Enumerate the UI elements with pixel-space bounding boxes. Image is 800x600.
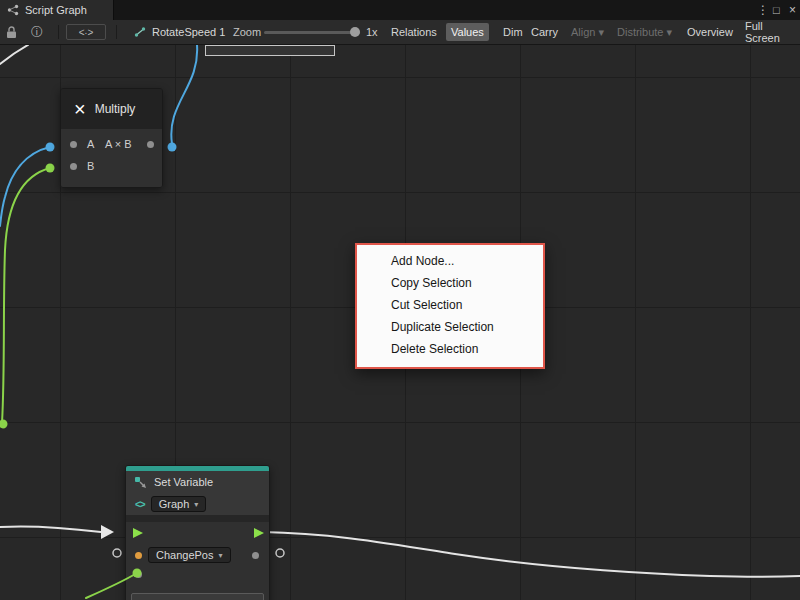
graph-toolbar: ⓘ <∙> RotateSpeed 1 Zoom 1x Relations Va… — [0, 20, 800, 45]
set-variable-node[interactable]: Set Variable <> Graph ▾ ChangePos ▾ — [125, 465, 270, 600]
value-field[interactable] — [131, 593, 264, 600]
context-menu-item-add-node[interactable]: Add Node... — [357, 250, 543, 272]
set-variable-icon — [134, 476, 147, 489]
chevron-down-icon: ▾ — [219, 551, 223, 560]
zoom-label: Zoom — [233, 20, 261, 44]
port-ring-right — [276, 549, 284, 557]
flow-arrowhead — [101, 525, 114, 539]
variable-dropdown[interactable]: ChangePos ▾ — [148, 547, 231, 563]
relations-button[interactable]: Relations — [386, 23, 442, 41]
context-menu-item-copy-selection[interactable]: Copy Selection — [357, 272, 543, 294]
port-ring-left — [113, 549, 121, 557]
zoom-slider-knob[interactable] — [350, 27, 360, 37]
context-menu-item-duplicate-selection[interactable]: Duplicate Selection — [357, 316, 543, 338]
chevron-down-icon: ▾ — [194, 500, 198, 509]
align-dropdown-button[interactable]: Align ▾ — [566, 23, 609, 41]
port-label-output: A × B — [105, 138, 132, 150]
wire-blue-left — [0, 147, 50, 226]
input-port-b[interactable] — [70, 163, 77, 170]
scope-dropdown[interactable]: Graph ▾ — [151, 496, 207, 512]
graph-canvas[interactable]: × Multiply A A × B B Set Variable — [0, 45, 800, 600]
wire-green-endpoint — [0, 420, 8, 429]
port-label-a: A — [87, 138, 94, 150]
value-input-port[interactable] — [135, 571, 142, 578]
window-titlebar: Script Graph ⋮ □ × — [0, 0, 800, 20]
value-port-row — [126, 566, 269, 584]
tab-script-graph[interactable]: Script Graph — [0, 0, 114, 20]
wire-blue-top — [171, 45, 197, 144]
context-menu: Add Node... Copy Selection Cut Selection… — [355, 243, 545, 369]
zoom-slider[interactable] — [264, 31, 360, 34]
output-port[interactable] — [147, 141, 154, 148]
toolbar-separator — [116, 25, 117, 39]
node-divider — [126, 515, 269, 522]
context-menu-item-delete-selection[interactable]: Delete Selection — [357, 338, 543, 360]
context-menu-item-cut-selection[interactable]: Cut Selection — [357, 294, 543, 316]
distribute-dropdown-button[interactable]: Distribute ▾ — [612, 23, 677, 41]
dim-button[interactable]: Dim — [498, 23, 528, 41]
window-menu-icon[interactable]: ⋮ — [757, 2, 769, 18]
wire-blue-endpoint — [46, 143, 55, 152]
wire-blue-endpoint — [168, 143, 177, 152]
overview-button[interactable]: Overview — [682, 23, 738, 41]
multiply-node[interactable]: × Multiply A A × B B — [60, 88, 163, 188]
fullscreen-button[interactable]: Full Screen — [740, 23, 800, 41]
wire-green-left — [2, 168, 50, 423]
script-graph-icon — [7, 4, 19, 16]
flow-output-port[interactable] — [254, 528, 264, 538]
variable-input-port[interactable] — [135, 552, 142, 559]
graph-asset-breadcrumb[interactable]: RotateSpeed 1 — [134, 20, 225, 44]
wire-white-flow-out — [263, 532, 800, 577]
multiply-icon: × — [74, 99, 86, 119]
multiply-node-title: Multiply — [95, 102, 136, 116]
lock-icon[interactable] — [6, 20, 17, 44]
set-variable-title: Set Variable — [154, 476, 213, 488]
set-variable-header[interactable]: Set Variable — [126, 471, 269, 493]
wire-white-flow-in — [0, 526, 101, 532]
values-button[interactable]: Values — [446, 23, 489, 41]
wire-green-endpoint — [46, 164, 55, 173]
port-label-b: B — [87, 160, 94, 172]
port-row: A A × B — [61, 134, 162, 156]
variable-port-row: ChangePos ▾ — [126, 544, 269, 566]
flow-port-row — [126, 522, 269, 544]
flow-input-port[interactable] — [133, 528, 143, 538]
variable-dropdown-label: ChangePos — [156, 549, 214, 561]
tab-title: Script Graph — [25, 4, 87, 16]
multiply-node-body: A A × B B — [61, 129, 162, 187]
clipped-node — [205, 45, 335, 56]
type-icon: <> — [135, 499, 145, 510]
value-output-port[interactable] — [252, 552, 259, 559]
graph-asset-icon — [134, 26, 146, 38]
graph-asset-name: RotateSpeed 1 — [152, 26, 225, 38]
zoom-value: 1x — [366, 20, 378, 44]
code-view-button[interactable]: <∙> — [66, 24, 106, 40]
toolbar-separator — [58, 25, 59, 39]
wire-white-topleft — [0, 45, 28, 64]
info-icon[interactable]: ⓘ — [31, 20, 43, 44]
multiply-node-header[interactable]: × Multiply — [61, 89, 162, 129]
window-close-icon[interactable]: × — [789, 2, 796, 18]
port-row: B — [61, 156, 162, 178]
scope-row: <> Graph ▾ — [126, 493, 269, 515]
input-port-a[interactable] — [70, 141, 77, 148]
carry-button[interactable]: Carry — [526, 23, 563, 41]
scope-dropdown-label: Graph — [159, 498, 190, 510]
window-maximize-icon[interactable]: □ — [773, 2, 780, 18]
